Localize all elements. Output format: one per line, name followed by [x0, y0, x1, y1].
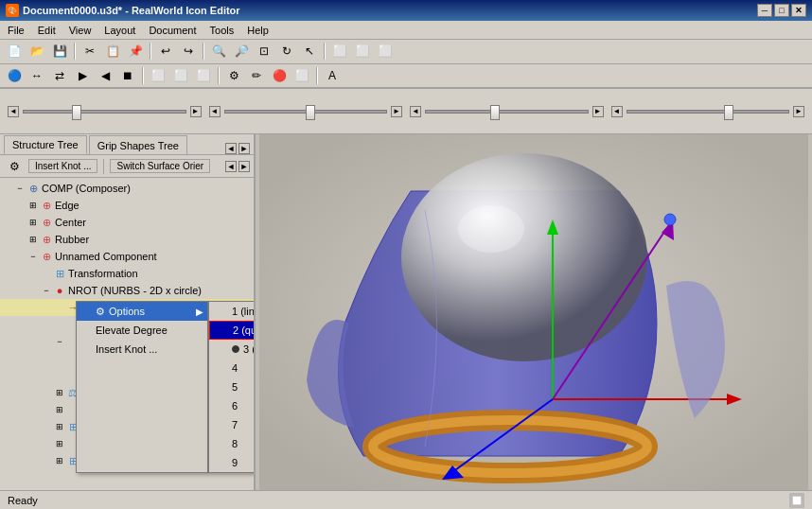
tb-rotate[interactable]: ↻ [276, 42, 297, 61]
tb-paste[interactable]: 📌 [125, 42, 146, 61]
slider-track-4[interactable] [627, 110, 790, 114]
tb-select[interactable]: ↖ [299, 42, 320, 61]
tree-item-rubber[interactable]: ⊞ ⊕ Rubber [0, 231, 254, 248]
tb2-5[interactable]: ◀ [95, 66, 115, 85]
submenu-2-quadric[interactable]: 2 (quadric) [209, 321, 254, 340]
submenu-6[interactable]: 6 [209, 396, 254, 415]
slider-thumb-3[interactable] [490, 105, 500, 120]
tb2-4[interactable]: ▶ [72, 66, 93, 85]
tb2-12[interactable]: 🔴 [269, 66, 290, 85]
panel-nav-left[interactable]: ◄ [225, 161, 237, 172]
viewport[interactable] [256, 134, 812, 490]
slider-right-1[interactable]: ► [190, 106, 202, 117]
tree-item-comp[interactable]: − ⊕ COMP (Composer) [0, 180, 254, 197]
expand-con[interactable]: − [53, 335, 66, 348]
slider-right-3[interactable]: ► [592, 106, 604, 117]
tb2-2[interactable]: ↔ [26, 66, 47, 85]
slider-left-4[interactable]: ◄ [611, 106, 623, 117]
tb-more1[interactable]: ⬜ [329, 42, 350, 61]
slider-thumb-2[interactable] [306, 105, 315, 120]
slider-right-4[interactable]: ► [793, 106, 804, 117]
expand-degree[interactable] [53, 301, 66, 314]
expand-center[interactable]: ⊞ [26, 216, 40, 229]
expand-comp[interactable]: − [13, 182, 26, 195]
submenu-7[interactable]: 7 [209, 415, 254, 434]
tree-item-unnamed[interactable]: − ⊕ Unnamed Component [0, 248, 254, 265]
slider-left-3[interactable]: ◄ [410, 106, 421, 117]
tb2-13[interactable]: ⬜ [291, 66, 312, 85]
tb-open[interactable]: 📂 [26, 42, 47, 61]
switch-surface-button[interactable]: Switch Surface Orier [110, 159, 210, 173]
menu-view[interactable]: View [63, 23, 97, 38]
tb2-9[interactable]: ⬜ [193, 66, 214, 85]
close-button[interactable]: ✕ [791, 4, 806, 17]
tb-redo[interactable]: ↪ [178, 42, 199, 61]
menu-edit[interactable]: Edit [32, 23, 62, 38]
expand-texture[interactable]: ⊞ [53, 437, 66, 450]
expand-blending[interactable]: ⊞ [53, 454, 66, 467]
tb-more2[interactable]: ⬜ [352, 42, 373, 61]
ctx-options[interactable]: ⚙ Options ▶ [77, 302, 207, 321]
tb-undo[interactable]: ↩ [155, 42, 176, 61]
slider-left-1[interactable]: ◄ [8, 106, 19, 117]
maximize-button[interactable]: □ [774, 4, 789, 17]
menu-layout[interactable]: Layout [98, 23, 141, 38]
menu-file[interactable]: File [2, 23, 30, 38]
submenu-4[interactable]: 4 [209, 359, 254, 377]
tb-copy[interactable]: 📋 [102, 42, 123, 61]
insert-knot-button[interactable]: Insert Knot ... [28, 159, 97, 173]
slider-left-2[interactable]: ◄ [209, 106, 221, 117]
tree-item-center[interactable]: ⊞ ⊕ Center [0, 214, 254, 231]
tb-zoom-in[interactable]: 🔍 [208, 42, 229, 61]
tab-nav-right[interactable]: ► [238, 143, 250, 154]
ctx-elevate[interactable]: Elevate Degree [77, 321, 207, 340]
submenu-1-linear[interactable]: 1 (linear) [209, 302, 254, 321]
tb-fit[interactable]: ⊡ [254, 42, 274, 61]
slider-right-2[interactable]: ► [391, 106, 402, 117]
tb-cut[interactable]: ✂ [79, 42, 100, 61]
tb2-1[interactable]: 🔵 [4, 66, 25, 85]
tb2-8[interactable]: ⬜ [170, 66, 191, 85]
ctx-insert-knot[interactable]: Insert Knot ... [77, 340, 207, 359]
tb-save[interactable]: 💾 [49, 42, 70, 61]
expand-rubber[interactable]: ⊞ [26, 233, 40, 246]
tb2-7[interactable]: ⬜ [148, 66, 168, 85]
tab-nav-left[interactable]: ◄ [225, 143, 237, 154]
expand-type[interactable] [53, 318, 66, 331]
expand-unnamed[interactable]: − [26, 250, 40, 263]
minimize-button[interactable]: ─ [757, 4, 772, 17]
expand-nrot[interactable]: − [40, 284, 53, 297]
tab-structure-tree[interactable]: Structure Tree [4, 135, 87, 154]
tb-more3[interactable]: ⬜ [375, 42, 396, 61]
slider-track-2[interactable] [224, 110, 388, 114]
tb2-10[interactable]: ⚙ [223, 66, 244, 85]
tb2-11[interactable]: ✏ [246, 66, 267, 85]
menu-help[interactable]: Help [241, 23, 274, 38]
expand-transformation[interactable] [40, 267, 53, 280]
slider-thumb-4[interactable] [724, 105, 733, 120]
tree-item-edge[interactable]: ⊞ ⊕ Edge [0, 197, 254, 214]
panel-nav-right[interactable]: ► [238, 161, 250, 172]
submenu-5[interactable]: 5 [209, 377, 254, 396]
slider-track-1[interactable] [23, 110, 186, 114]
tb2-14[interactable]: A [322, 66, 343, 85]
submenu-8[interactable]: 8 [209, 434, 254, 453]
tree-area[interactable]: − ⊕ COMP (Composer) ⊞ ⊕ Edge ⊞ ⊕ Center … [0, 178, 254, 490]
tb2-6[interactable]: ⏹ [117, 66, 138, 85]
expand-knot[interactable]: ⊞ [53, 403, 66, 416]
expand-edge[interactable]: ⊞ [26, 199, 40, 212]
menu-document[interactable]: Document [143, 23, 202, 38]
tab-grip-shapes[interactable]: Grip Shapes Tree [89, 135, 187, 154]
expand-weights[interactable]: ⊞ [53, 386, 66, 399]
tb2-3[interactable]: ⇄ [49, 66, 70, 85]
tree-item-transformation[interactable]: ⊞ Transformation [0, 265, 254, 282]
slider-thumb-1[interactable] [72, 105, 81, 120]
expand-material[interactable]: ⊞ [53, 420, 66, 433]
tb-new[interactable]: 📄 [4, 42, 25, 61]
tb-zoom-out[interactable]: 🔎 [231, 42, 252, 61]
slider-track-3[interactable] [425, 110, 589, 114]
panel-tb-icon[interactable]: ⚙ [4, 157, 25, 176]
tree-item-nrot[interactable]: − ● NROT (NURBS - 2D x circle) [0, 282, 254, 299]
submenu-9[interactable]: 9 [209, 453, 254, 472]
submenu-3-cubic[interactable]: 3 (cubic) [209, 340, 254, 359]
